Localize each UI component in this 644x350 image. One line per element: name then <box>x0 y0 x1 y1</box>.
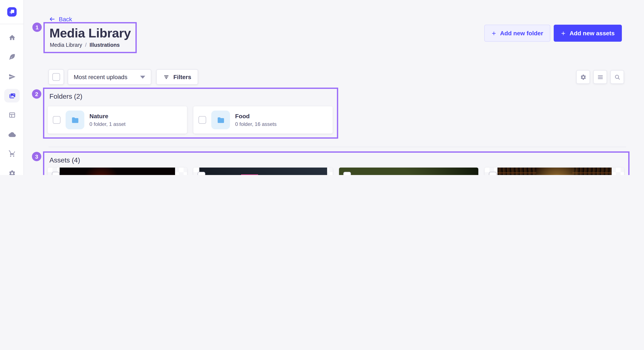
asset-media <box>193 168 333 175</box>
search-icon <box>614 74 620 80</box>
sidebar-item-releases[interactable] <box>4 70 20 83</box>
sidebar-item-home[interactable] <box>4 31 20 44</box>
asset-card-black-hole[interactable]: what-s-inside-a-black-hole JPEG - 800X46… <box>48 168 187 175</box>
breadcrumb-current: Illustrations <box>90 42 120 48</box>
toolbar: Most recent uploads Filters <box>48 69 198 85</box>
filters-button[interactable]: Filters <box>156 69 198 85</box>
filters-label: Filters <box>173 74 191 80</box>
folders-section-title: Folders (2) <box>50 93 82 100</box>
plus-icon <box>561 31 566 35</box>
view-tools <box>576 70 624 84</box>
asset-card-bug-meme[interactable]: a-bug-is-becoming-a-meme-on-the-internet… <box>193 168 333 175</box>
asset-media <box>48 168 187 175</box>
sidebar-item-content-type-builder[interactable] <box>4 108 20 122</box>
folder-icon <box>70 116 80 124</box>
feather-icon <box>8 53 16 60</box>
folder-thumbnail <box>211 111 230 129</box>
asset-card-shrimp[interactable]: this-shrimp-is-awesome JPEG - 1200X630 I… <box>339 168 478 175</box>
folder-name: Nature <box>90 113 126 120</box>
checkbox[interactable] <box>52 73 60 81</box>
checkbox[interactable] <box>343 172 351 175</box>
search-button[interactable] <box>610 70 624 84</box>
select-all-checkbox[interactable] <box>48 69 64 85</box>
checkbox[interactable] <box>52 172 60 175</box>
breadcrumb-separator: / <box>85 42 86 48</box>
chevron-down-icon <box>140 75 145 78</box>
pictures-icon <box>8 92 16 99</box>
man-in-library-photo <box>497 168 612 175</box>
page-title: Media Library <box>50 25 136 41</box>
checkbox[interactable] <box>489 172 497 175</box>
add-new-folder-label: Add new folder <box>500 30 543 37</box>
sidebar-item-media-library[interactable] <box>4 89 20 103</box>
section-divider <box>48 147 626 147</box>
asset-media <box>485 168 624 175</box>
sidebar-item-content[interactable] <box>4 50 20 63</box>
plus-icon <box>492 31 496 35</box>
mantis-shrimp-photo <box>339 168 478 175</box>
folder-thumbnail <box>66 111 84 129</box>
list-icon <box>597 74 603 80</box>
sidebar-divider <box>0 24 24 24</box>
header-actions: Add new folder Add new assets <box>484 25 622 42</box>
folder-cards: Nature 0 folder, 1 asset Food 0 folder, … <box>48 106 333 134</box>
back-button[interactable]: Back <box>48 16 72 22</box>
add-new-assets-label: Add new assets <box>570 30 614 37</box>
folder-meta: 0 folder, 1 asset <box>90 121 126 127</box>
annotation-badge-2: 2 <box>32 89 41 99</box>
breadcrumb-parent[interactable]: Media Library <box>50 42 82 48</box>
folder-meta: 0 folder, 16 assets <box>235 121 277 127</box>
asset-media <box>339 168 478 175</box>
arrow-left-icon <box>48 16 55 22</box>
cloud-icon <box>8 131 16 138</box>
assets-section: Assets (4) what-s-inside-a-black-hole JP… <box>43 151 630 175</box>
checkbox[interactable] <box>198 172 205 175</box>
asset-card-internets-own-boy[interactable]: the-internet-s-own-boy JPEG - 1200X707 I… <box>485 168 624 175</box>
layout-icon <box>8 111 16 118</box>
folder-name: Food <box>235 113 277 120</box>
sidebar-item-settings[interactable] <box>4 166 20 175</box>
breadcrumb: Media Library / Illustrations <box>50 42 136 48</box>
asset-cards: what-s-inside-a-black-hole JPEG - 800X46… <box>48 168 624 175</box>
sort-dropdown-value: Most recent uploads <box>74 74 127 80</box>
view-settings-button[interactable] <box>576 70 590 84</box>
paper-plane-icon <box>8 73 16 80</box>
laptop-code-photo <box>199 168 327 175</box>
sidebar-item-cloud[interactable] <box>4 128 20 141</box>
add-new-assets-button[interactable]: Add new assets <box>554 25 622 42</box>
black-hole-photo <box>60 168 175 175</box>
sidebar: KD <box>0 0 24 175</box>
folder-card-food[interactable]: Food 0 folder, 16 assets <box>193 106 333 134</box>
cart-icon <box>8 150 16 157</box>
folder-icon <box>216 116 225 124</box>
assets-section-title: Assets (4) <box>50 157 80 164</box>
gear-icon <box>580 74 586 80</box>
sidebar-item-marketplace[interactable] <box>4 147 20 160</box>
sort-dropdown[interactable]: Most recent uploads <box>68 69 151 85</box>
page-title-annotation-box: Media Library Media Library / Illustrati… <box>44 22 137 53</box>
folders-section: Folders (2) Nature 0 folder, 1 asset Fo <box>43 88 338 139</box>
list-view-button[interactable] <box>593 70 607 84</box>
annotation-badge-3: 3 <box>32 152 41 161</box>
gear-icon <box>8 170 16 175</box>
checkbox[interactable] <box>53 116 60 124</box>
strapi-logo[interactable] <box>7 7 16 16</box>
folder-card-nature[interactable]: Nature 0 folder, 1 asset <box>48 106 187 134</box>
media-library-page: KD Back 1 Media Library Media Library / … <box>0 0 644 175</box>
add-new-folder-button[interactable]: Add new folder <box>484 25 550 42</box>
filter-icon <box>163 74 170 80</box>
checkbox[interactable] <box>198 116 206 124</box>
back-label: Back <box>59 16 72 22</box>
home-icon <box>8 34 16 41</box>
annotation-badge-1: 1 <box>32 22 42 32</box>
